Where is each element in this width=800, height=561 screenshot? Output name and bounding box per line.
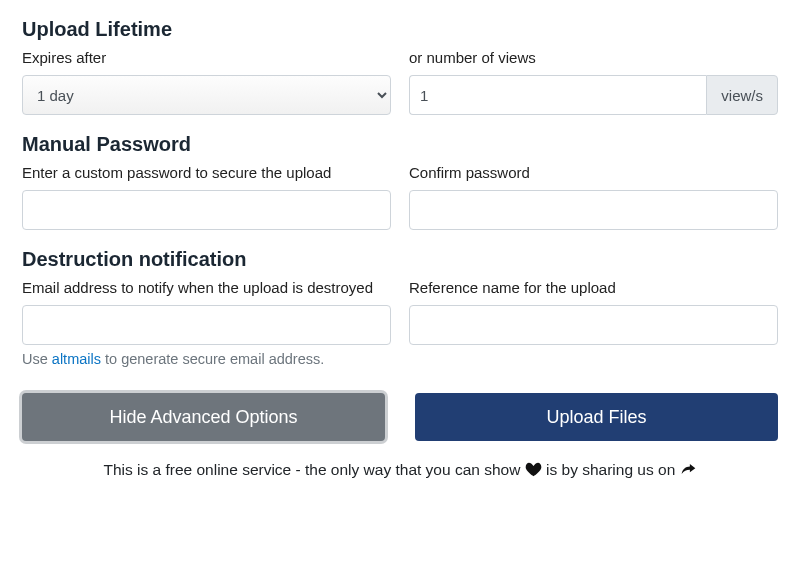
share-icon[interactable]: [680, 462, 697, 481]
password-input[interactable]: [22, 190, 391, 230]
section-destruction-notification: Destruction notification Email address t…: [22, 248, 778, 367]
destruction-reference-input[interactable]: [409, 305, 778, 345]
destruction-email-input[interactable]: [22, 305, 391, 345]
altmails-link[interactable]: altmails: [52, 351, 101, 367]
section-upload-lifetime: Upload Lifetime Expires after 1 day or n…: [22, 18, 778, 115]
destruction-email-label: Email address to notify when the upload …: [22, 277, 391, 299]
heart-icon: [525, 462, 542, 481]
section-manual-password: Manual Password Enter a custom password …: [22, 133, 778, 230]
password-confirm-input[interactable]: [409, 190, 778, 230]
expires-after-select[interactable]: 1 day: [22, 75, 391, 115]
footer-text: This is a free online service - the only…: [22, 461, 778, 481]
hide-advanced-options-button[interactable]: Hide Advanced Options: [22, 393, 385, 441]
manual-password-title: Manual Password: [22, 133, 778, 156]
upload-lifetime-title: Upload Lifetime: [22, 18, 778, 41]
password-confirm-label: Confirm password: [409, 162, 778, 184]
altmails-hint: Use altmails to generate secure email ad…: [22, 351, 391, 367]
destruction-title: Destruction notification: [22, 248, 778, 271]
views-suffix: view/s: [706, 75, 778, 115]
destruction-reference-label: Reference name for the upload: [409, 277, 778, 299]
number-of-views-label: or number of views: [409, 47, 778, 69]
action-buttons-row: Hide Advanced Options Upload Files: [22, 393, 778, 441]
expires-after-label: Expires after: [22, 47, 391, 69]
number-of-views-input[interactable]: [409, 75, 706, 115]
upload-files-button[interactable]: Upload Files: [415, 393, 778, 441]
password-enter-label: Enter a custom password to secure the up…: [22, 162, 391, 184]
